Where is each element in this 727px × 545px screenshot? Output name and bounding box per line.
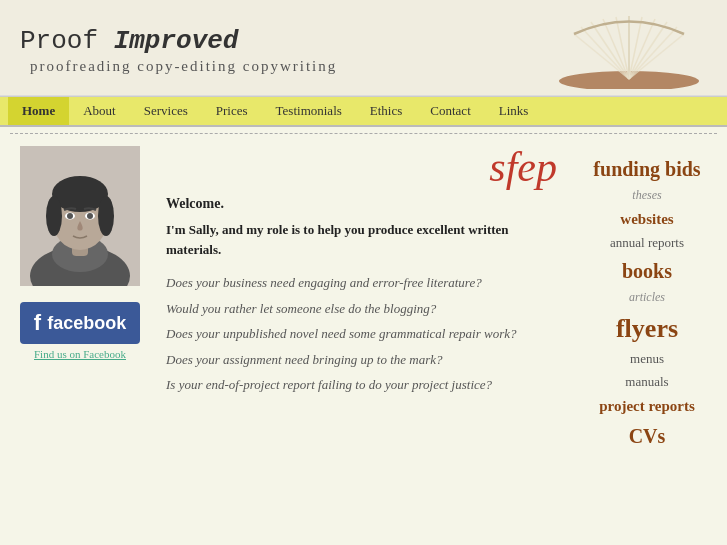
title-improved: Improved — [114, 26, 239, 56]
nav-prices[interactable]: Prices — [202, 97, 262, 125]
svg-point-23 — [67, 213, 73, 219]
book-icon — [552, 11, 707, 89]
question-4: Does your assignment need bringing up to… — [166, 350, 557, 370]
site-title: Proof Improved — [20, 26, 337, 56]
sidebar-theses[interactable]: theses — [577, 188, 717, 204]
sidebar-annual-reports[interactable]: annual reports — [577, 235, 717, 252]
svg-line-8 — [629, 19, 655, 79]
nav-about[interactable]: About — [69, 97, 130, 125]
svg-line-4 — [603, 19, 629, 79]
nav-contact[interactable]: Contact — [416, 97, 484, 125]
sfep-logo: sfep — [166, 146, 557, 188]
facebook-f-icon: f — [34, 310, 41, 336]
welcome-subheading: I'm Sally, and my role is to help you pr… — [166, 220, 557, 259]
svg-point-20 — [98, 196, 114, 236]
question-2: Would you rather let someone else do the… — [166, 299, 557, 319]
sidebar-manuals[interactable]: manuals — [577, 374, 717, 391]
navbar: Home About Services Prices Testimonials … — [0, 96, 727, 127]
sidebar-flyers[interactable]: flyers — [577, 312, 717, 346]
sidebar-cvs[interactable]: CVs — [577, 423, 717, 449]
facebook-label: facebook — [47, 313, 126, 334]
sidebar-articles[interactable]: articles — [577, 290, 717, 306]
svg-point-24 — [87, 213, 93, 219]
sidebar-books[interactable]: books — [577, 258, 717, 284]
sfep-text: sfep — [489, 144, 557, 190]
center-column: sfep Welcome. I'm Sally, and my role is … — [150, 146, 577, 455]
welcome-heading: Welcome. — [166, 196, 557, 212]
separator — [10, 133, 717, 134]
left-column: f facebook Find us on Facebook — [10, 146, 150, 455]
question-1: Does your business need engaging and err… — [166, 273, 557, 293]
portrait-image — [20, 146, 140, 286]
questions-list: Does your business need engaging and err… — [166, 273, 557, 395]
sidebar-project-reports[interactable]: project reports — [577, 397, 717, 417]
portrait-svg — [20, 146, 140, 286]
header-left: Proof Improved proofreading copy-editing… — [20, 26, 337, 75]
svg-point-19 — [46, 196, 62, 236]
header-book-image — [547, 10, 707, 90]
site-header: Proof Improved proofreading copy-editing… — [0, 0, 727, 96]
nav-services[interactable]: Services — [130, 97, 202, 125]
title-proof: Proof — [20, 26, 98, 56]
find-facebook-link[interactable]: Find us on Facebook — [34, 348, 126, 360]
sidebar-websites[interactable]: websites — [577, 210, 717, 230]
facebook-button[interactable]: f facebook — [20, 302, 140, 344]
svg-line-10 — [629, 27, 677, 79]
question-5: Is your end-of-project report failing to… — [166, 375, 557, 395]
nav-ethics[interactable]: Ethics — [356, 97, 417, 125]
question-3: Does your unpublished novel need some gr… — [166, 324, 557, 344]
tagline: proofreading copy-editing copywriting — [20, 58, 337, 75]
right-sidebar: funding bids theses websites annual repo… — [577, 146, 717, 455]
svg-line-2 — [581, 27, 629, 79]
main-content: f facebook Find us on Facebook sfep Welc… — [0, 140, 727, 461]
nav-links[interactable]: Links — [485, 97, 543, 125]
nav-testimonials[interactable]: Testimonials — [262, 97, 356, 125]
sidebar-menus[interactable]: menus — [577, 351, 717, 368]
nav-home[interactable]: Home — [8, 97, 69, 125]
sidebar-funding-bids[interactable]: funding bids — [577, 156, 717, 182]
